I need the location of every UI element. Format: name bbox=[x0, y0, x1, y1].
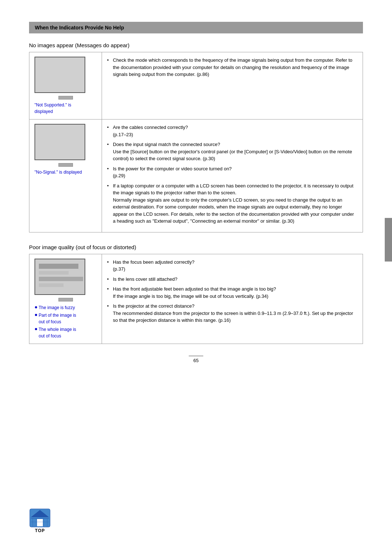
bullet-text: Are the cables connected correctly?(p.17… bbox=[113, 125, 188, 137]
table1: "Not Supported." isdisplayed Check the m… bbox=[29, 52, 363, 232]
table-row: "No-Signal." is displayed Are the cables… bbox=[29, 119, 363, 232]
right-cell-blurry: Has the focus been adjusted correctly?(p… bbox=[102, 254, 363, 344]
screen-mockup-1 bbox=[34, 57, 85, 93]
left-cell-1: "Not Supported." isdisplayed bbox=[29, 52, 102, 119]
left-cell-2: "No-Signal." is displayed bbox=[29, 119, 102, 232]
list-item: Check the mode which corresponds to the … bbox=[107, 57, 358, 78]
bullet-list-2: Are the cables connected correctly?(p.17… bbox=[107, 124, 358, 225]
table2: ● The image is fuzzy ● Part of the image… bbox=[29, 254, 363, 344]
caption-part-focus: Part of the image isout of focus bbox=[38, 312, 76, 325]
list-item: Is the lens cover still attached? bbox=[107, 276, 358, 283]
list-item: Has the focus been adjusted correctly?(p… bbox=[107, 259, 358, 273]
list-item: Is the power for the computer or video s… bbox=[107, 165, 358, 179]
bullet-text: If a laptop computer or a computer with … bbox=[113, 183, 354, 224]
screen-mockup-blurry bbox=[34, 259, 85, 295]
section-header-text: When the Indicators Provide No Help bbox=[35, 25, 124, 31]
bullet-text: Is the projector at the correct distance… bbox=[113, 303, 353, 323]
caption-not-supported: "Not Supported." isdisplayed bbox=[34, 102, 97, 115]
bullet-text: Does the input signal match the connecte… bbox=[113, 142, 352, 161]
house-icon bbox=[29, 508, 51, 528]
subsection1-title: No images appear (Messages do appear) bbox=[29, 42, 363, 48]
section-header: When the Indicators Provide No Help bbox=[29, 22, 363, 33]
bullet-list-3: Has the focus been adjusted correctly?(p… bbox=[107, 259, 358, 324]
table-row: ● The image is fuzzy ● Part of the image… bbox=[29, 254, 363, 344]
page-number: 65 bbox=[193, 358, 199, 363]
right-cell-1: Check the mode which corresponds to the … bbox=[102, 52, 363, 119]
list-item: Are the cables connected correctly?(p.17… bbox=[107, 124, 358, 138]
screen-mockup-2 bbox=[34, 124, 85, 160]
top-label: TOP bbox=[35, 528, 45, 533]
page-container: When the Indicators Provide No Help No i… bbox=[0, 0, 392, 555]
table-row: "Not Supported." isdisplayed Check the m… bbox=[29, 52, 363, 119]
bullet-text: Is the lens cover still attached? bbox=[113, 276, 177, 282]
top-nav[interactable]: TOP bbox=[29, 508, 51, 533]
left-cell-blurry: ● The image is fuzzy ● Part of the image… bbox=[29, 254, 102, 344]
svg-rect-2 bbox=[37, 519, 43, 526]
screen-base-1 bbox=[58, 96, 73, 100]
right-cell-2: Are the cables connected correctly?(p.17… bbox=[102, 119, 363, 232]
page-number-line bbox=[189, 356, 203, 356]
subsection2-title: Poor image quality (out of focus or dist… bbox=[29, 244, 363, 250]
list-item: Does the input signal match the connecte… bbox=[107, 141, 358, 162]
caption-whole-focus: The whole image isout of focus bbox=[38, 326, 76, 339]
caption-no-signal: "No-Signal." is displayed bbox=[34, 170, 82, 175]
list-item: Is the projector at the correct distance… bbox=[107, 303, 358, 324]
right-tab bbox=[385, 218, 392, 262]
screen-base-blurry bbox=[58, 298, 73, 301]
screen-base-2 bbox=[58, 163, 73, 167]
bullet-text: Has the front adjustable feet been adjus… bbox=[113, 286, 276, 299]
bullet-text: Is the power for the computer or video s… bbox=[113, 166, 232, 179]
bullet-text: Has the focus been adjusted correctly?(p… bbox=[113, 259, 195, 272]
list-item: If a laptop computer or a computer with … bbox=[107, 182, 358, 225]
bullet-text: Check the mode which corresponds to the … bbox=[113, 57, 352, 77]
list-item: Has the front adjustable feet been adjus… bbox=[107, 285, 358, 300]
page-number-container: 65 bbox=[29, 356, 363, 363]
caption-fuzzy: The image is fuzzy bbox=[38, 304, 75, 311]
bullet-list-1: Check the mode which corresponds to the … bbox=[107, 57, 358, 78]
